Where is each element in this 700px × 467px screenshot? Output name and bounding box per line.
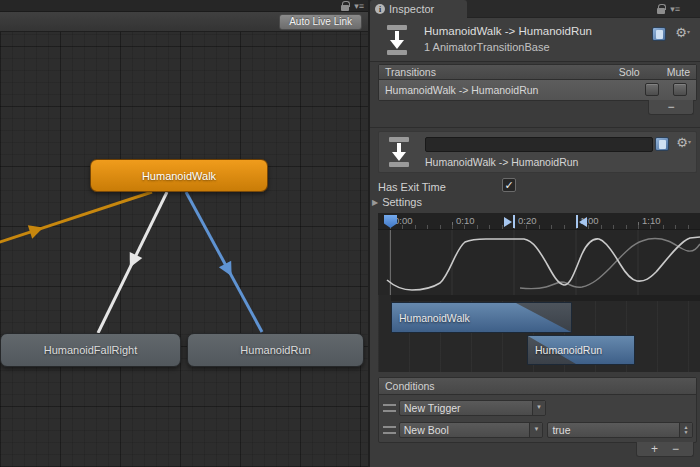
state-machine-graph[interactable]: HumanoidWalk HumanoidFallRight HumanoidR… [0,32,368,467]
transition-name-label: HumanoidWalk -> HumanoidRun [425,156,578,168]
auto-live-link-button[interactable]: Auto Live Link [279,14,362,30]
transition-end-marker[interactable] [576,215,587,228]
transition-arrow-white[interactable] [98,192,167,333]
condition-parameter-dropdown[interactable]: New Bool ▼ [399,422,544,438]
clip-label: HumanoidRun [535,344,602,356]
tab-inspector[interactable]: i Inspector [370,0,467,18]
transitions-header-label: Transitions [385,66,436,78]
animator-panel: ▾≡ Auto Live Link [0,0,368,467]
inspector-tabbar: i Inspector ▾≡ [370,0,700,18]
gear-icon[interactable]: ⚙▾ [675,26,690,39]
condition-parameter-value: New Bool [404,424,449,436]
remove-condition-button[interactable]: − [672,443,679,455]
tick-label: 0:10 [456,215,475,226]
mute-column-label: Mute [667,66,690,78]
transitions-header: Transitions Solo Mute [379,65,696,80]
transitions-list-footer: − [648,100,694,115]
mute-toggle[interactable] [673,83,687,96]
state-node-label: HumanoidRun [240,344,310,356]
state-node-label: HumanoidFallRight [44,344,138,356]
transition-arrows [0,32,368,467]
transition-start-marker[interactable] [504,215,515,228]
state-node-humanoidrun[interactable]: HumanoidRun [187,333,364,367]
transition-arrow-blue[interactable] [186,192,262,332]
condition-row: New Bool ▼ true ▲ ▼ [382,421,693,438]
lock-icon[interactable] [341,5,349,11]
drag-handle-icon[interactable] [383,404,396,412]
lock-icon[interactable] [657,8,665,14]
transition-timeline: 0:00 0:10 0:20 1:00 1:10 [378,213,700,372]
dropdown-arrow-icon: ▼ [536,405,542,410]
remove-transition-button[interactable]: − [667,101,674,113]
transition-icon [384,25,410,55]
clip-humanoidrun[interactable]: HumanoidRun [527,335,635,365]
clip-tracks: HumanoidWalk HumanoidRun [378,295,700,372]
preview-curves [378,230,700,295]
conditions-list: Conditions New Trigger ▼ New Bool ▼ true [378,377,697,443]
section-separator [370,127,700,128]
state-node-label: HumanoidWalk [142,170,216,182]
window-menu-icon[interactable]: ▾≡ [354,1,364,11]
transition-row[interactable]: HumanoidWalk -> HumanoidRun [379,80,696,100]
tick-label: 0:20 [518,215,537,226]
solo-column-label: Solo [619,66,640,78]
dropdown-arrow-icon: ▼ [533,427,539,432]
condition-value-dropdown[interactable]: true ▲ ▼ [547,422,693,438]
tick-label: 1:10 [642,215,661,226]
inspected-object-header: HumanoidWalk -> HumanoidRun 1 AnimatorTr… [370,18,700,62]
object-subtitle: 1 AnimatorTransitionBase [424,41,550,53]
transition-row-label: HumanoidWalk -> HumanoidRun [385,84,538,96]
transition-arrow-orange[interactable] [0,192,152,244]
gear-icon[interactable]: ⚙▾ [676,136,691,149]
solo-toggle[interactable] [645,83,659,96]
animator-toolbar: Auto Live Link [0,12,368,32]
playhead-line [390,230,391,295]
asset-icon[interactable] [652,27,666,41]
inspector-panel: i Inspector ▾≡ HumanoidWalk -> HumanoidR… [370,0,700,467]
condition-row: New Trigger ▼ [382,399,693,416]
window-menu-icon[interactable]: ▾≡ [670,4,680,14]
tab-label: Inspector [389,3,434,15]
transition-name-field[interactable] [425,137,653,152]
outgoing-clip-curve [387,237,700,290]
animator-tabbar: ▾≡ [0,0,368,12]
condition-parameter-dropdown[interactable]: New Trigger ▼ [399,400,546,416]
has-exit-time-label: Has Exit Time [378,181,446,193]
condition-parameter-value: New Trigger [404,402,461,414]
conditions-list-footer: + − [636,442,694,457]
state-node-humanoidfallright[interactable]: HumanoidFallRight [0,333,181,367]
asset-icon[interactable] [655,137,669,151]
drag-handle-icon[interactable] [383,426,396,434]
clip-humanoidwalk[interactable]: HumanoidWalk [391,302,572,333]
transitions-list: Transitions Solo Mute HumanoidWalk -> Hu… [378,64,697,101]
object-title: HumanoidWalk -> HumanoidRun [424,25,592,37]
has-exit-time-checkbox[interactable]: ✓ [502,178,516,192]
has-exit-time-row: Has Exit Time ✓ [378,179,446,194]
settings-foldout[interactable]: ▶ Settings [372,196,422,208]
transition-icon [386,137,412,167]
transition-detail-header: ⚙▾ HumanoidWalk -> HumanoidRun [378,131,697,173]
stepper-down-icon: ▼ [684,430,689,435]
foldout-triangle-icon: ▶ [372,198,378,207]
unity-editor-window: ▾≡ Auto Live Link [0,0,700,467]
conditions-header: Conditions [379,378,696,395]
add-condition-button[interactable]: + [651,443,658,455]
clip-label: HumanoidWalk [399,312,470,324]
condition-value: true [552,424,570,436]
info-icon: i [375,4,385,14]
timeline-ruler[interactable]: 0:00 0:10 0:20 1:00 1:10 [378,213,700,230]
state-node-humanoidwalk[interactable]: HumanoidWalk [90,159,268,192]
settings-label: Settings [382,196,422,208]
conditions-header-label: Conditions [385,380,435,392]
